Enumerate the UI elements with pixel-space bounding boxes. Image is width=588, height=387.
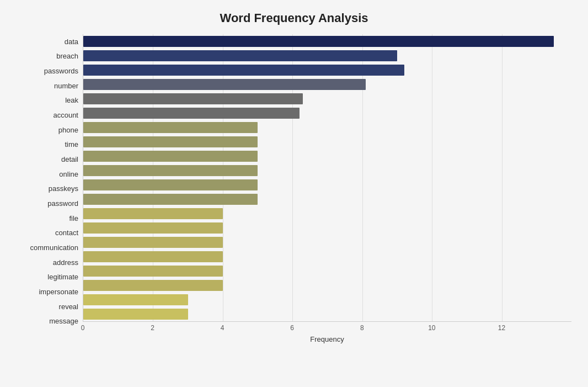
bar-row bbox=[83, 264, 571, 278]
bar bbox=[83, 36, 554, 47]
bar-row bbox=[83, 49, 571, 63]
bar bbox=[83, 194, 258, 205]
bar bbox=[83, 50, 397, 61]
y-label: reveal bbox=[17, 299, 78, 314]
bar-row bbox=[83, 135, 571, 149]
bar bbox=[83, 65, 404, 76]
x-axis: 024681012 bbox=[83, 321, 571, 332]
bar bbox=[83, 208, 223, 219]
bar bbox=[83, 309, 188, 320]
y-label: password bbox=[17, 196, 78, 211]
bar bbox=[83, 136, 258, 147]
y-labels: databreachpasswordsnumberleakaccountphon… bbox=[17, 34, 83, 344]
bar bbox=[83, 294, 188, 305]
y-label: impersonate bbox=[17, 284, 78, 299]
bar bbox=[83, 266, 223, 277]
bar bbox=[83, 122, 258, 133]
bar bbox=[83, 251, 223, 262]
x-axis-label: Frequency bbox=[310, 335, 344, 343]
x-tick: 4 bbox=[221, 324, 224, 332]
bar bbox=[83, 108, 300, 119]
y-label: legitimate bbox=[17, 270, 78, 285]
bar bbox=[83, 222, 223, 234]
bar bbox=[83, 79, 366, 90]
bar-row bbox=[83, 77, 571, 92]
x-tick: 6 bbox=[290, 324, 294, 332]
x-tick: 8 bbox=[360, 324, 364, 332]
bar bbox=[83, 179, 258, 190]
bar-row bbox=[83, 106, 571, 120]
x-tick: 10 bbox=[428, 324, 435, 332]
y-label: breach bbox=[17, 49, 78, 64]
bar-row bbox=[83, 34, 571, 49]
y-label: address bbox=[17, 255, 78, 270]
x-tick: 0 bbox=[81, 324, 85, 332]
bar-row bbox=[83, 250, 571, 264]
y-label: contact bbox=[17, 226, 78, 241]
y-label: number bbox=[17, 78, 78, 93]
y-label: phone bbox=[17, 123, 78, 137]
y-label: detail bbox=[17, 152, 78, 167]
bar-row bbox=[83, 92, 571, 106]
bar-row bbox=[83, 278, 571, 293]
bar bbox=[83, 280, 223, 291]
y-label: data bbox=[17, 34, 78, 49]
bar-row bbox=[83, 63, 571, 77]
y-label: file bbox=[17, 211, 78, 226]
bar-row bbox=[83, 163, 571, 178]
bar-row bbox=[83, 221, 571, 235]
bars-section bbox=[83, 34, 571, 321]
plot-area: 024681012 Frequency bbox=[83, 34, 571, 344]
y-label: leak bbox=[17, 93, 78, 108]
y-label: message bbox=[17, 314, 78, 328]
bar-row bbox=[83, 149, 571, 163]
bar bbox=[83, 151, 258, 162]
bar-row bbox=[83, 206, 571, 221]
bar-row bbox=[83, 192, 571, 206]
y-label: passkeys bbox=[17, 182, 78, 197]
bar-row bbox=[83, 120, 571, 135]
bar bbox=[83, 93, 303, 104]
bar-row bbox=[83, 307, 571, 321]
chart-container: Word Frequency Analysis databreachpasswo… bbox=[0, 0, 588, 387]
y-label: passwords bbox=[17, 63, 78, 78]
bar bbox=[83, 165, 258, 176]
x-tick: 12 bbox=[498, 324, 505, 332]
chart-title: Word Frequency Analysis bbox=[17, 11, 571, 25]
y-label: account bbox=[17, 108, 78, 123]
x-label-container: Frequency bbox=[83, 332, 571, 344]
chart-area: databreachpasswordsnumberleakaccountphon… bbox=[17, 34, 571, 344]
y-label: communication bbox=[17, 240, 78, 255]
bar-row bbox=[83, 235, 571, 250]
y-label: online bbox=[17, 167, 78, 182]
x-tick: 2 bbox=[151, 324, 154, 332]
y-label: time bbox=[17, 137, 78, 152]
bar bbox=[83, 237, 223, 248]
bar-row bbox=[83, 178, 571, 192]
bar-row bbox=[83, 293, 571, 307]
